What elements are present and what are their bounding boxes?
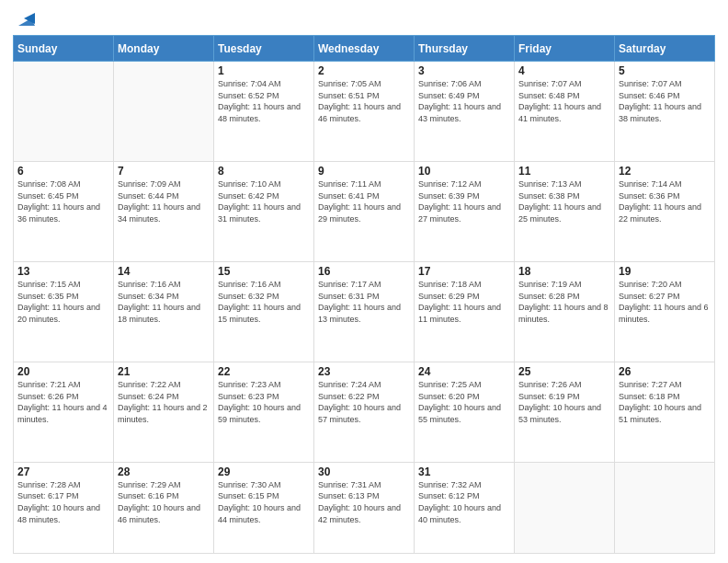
day-info: Sunrise: 7:09 AM Sunset: 6:44 PM Dayligh… — [118, 178, 210, 224]
day-info: Sunrise: 7:05 AM Sunset: 6:51 PM Dayligh… — [318, 78, 410, 124]
week-row-2: 6Sunrise: 7:08 AM Sunset: 6:45 PM Daylig… — [14, 161, 715, 261]
calendar-cell: 16Sunrise: 7:17 AM Sunset: 6:31 PM Dayli… — [314, 261, 415, 362]
day-number: 12 — [619, 165, 711, 178]
day-info: Sunrise: 7:11 AM Sunset: 6:41 PM Dayligh… — [318, 178, 410, 224]
day-number: 10 — [418, 165, 510, 178]
day-info: Sunrise: 7:25 AM Sunset: 6:20 PM Dayligh… — [418, 379, 510, 425]
day-number: 17 — [418, 265, 510, 278]
day-number: 6 — [17, 165, 109, 178]
day-info: Sunrise: 7:18 AM Sunset: 6:29 PM Dayligh… — [418, 279, 510, 325]
calendar-cell: 20Sunrise: 7:21 AM Sunset: 6:26 PM Dayli… — [14, 362, 114, 462]
day-info: Sunrise: 7:04 AM Sunset: 6:52 PM Dayligh… — [218, 78, 310, 124]
day-info: Sunrise: 7:10 AM Sunset: 6:42 PM Dayligh… — [218, 178, 310, 224]
day-info: Sunrise: 7:16 AM Sunset: 6:34 PM Dayligh… — [118, 279, 210, 325]
day-info: Sunrise: 7:27 AM Sunset: 6:18 PM Dayligh… — [619, 379, 711, 425]
calendar-cell: 26Sunrise: 7:27 AM Sunset: 6:18 PM Dayli… — [615, 362, 715, 462]
day-number: 20 — [17, 365, 109, 378]
weekday-monday: Monday — [114, 36, 214, 62]
day-number: 15 — [218, 265, 310, 278]
calendar-cell: 21Sunrise: 7:22 AM Sunset: 6:24 PM Dayli… — [114, 362, 214, 462]
calendar-cell: 17Sunrise: 7:18 AM Sunset: 6:29 PM Dayli… — [415, 261, 515, 362]
day-number: 31 — [418, 465, 510, 478]
day-number: 28 — [118, 465, 210, 478]
day-info: Sunrise: 7:12 AM Sunset: 6:39 PM Dayligh… — [418, 178, 510, 224]
calendar-cell: 25Sunrise: 7:26 AM Sunset: 6:19 PM Dayli… — [515, 362, 615, 462]
logo-icon — [15, 9, 35, 29]
week-row-1: 1Sunrise: 7:04 AM Sunset: 6:52 PM Daylig… — [14, 62, 715, 162]
calendar-cell: 11Sunrise: 7:13 AM Sunset: 6:38 PM Dayli… — [515, 161, 615, 261]
day-info: Sunrise: 7:19 AM Sunset: 6:28 PM Dayligh… — [518, 279, 610, 325]
calendar-cell: 3Sunrise: 7:06 AM Sunset: 6:49 PM Daylig… — [415, 62, 515, 162]
day-number: 3 — [418, 64, 510, 77]
day-number: 23 — [318, 365, 410, 378]
day-number: 9 — [318, 165, 410, 178]
day-number: 21 — [118, 365, 210, 378]
weekday-tuesday: Tuesday — [214, 36, 314, 62]
day-info: Sunrise: 7:20 AM Sunset: 6:27 PM Dayligh… — [619, 279, 711, 325]
day-number: 7 — [118, 165, 210, 178]
calendar-cell: 1Sunrise: 7:04 AM Sunset: 6:52 PM Daylig… — [214, 62, 314, 162]
day-info: Sunrise: 7:24 AM Sunset: 6:22 PM Dayligh… — [318, 379, 410, 425]
day-info: Sunrise: 7:13 AM Sunset: 6:38 PM Dayligh… — [518, 178, 610, 224]
day-info: Sunrise: 7:08 AM Sunset: 6:45 PM Dayligh… — [17, 178, 109, 224]
weekday-friday: Friday — [515, 36, 615, 62]
calendar-cell: 12Sunrise: 7:14 AM Sunset: 6:36 PM Dayli… — [615, 161, 715, 261]
calendar-cell: 15Sunrise: 7:16 AM Sunset: 6:32 PM Dayli… — [214, 261, 314, 362]
day-number: 14 — [118, 265, 210, 278]
weekday-header-row: SundayMondayTuesdayWednesdayThursdayFrid… — [14, 36, 715, 62]
header — [13, 9, 715, 29]
calendar-cell: 24Sunrise: 7:25 AM Sunset: 6:20 PM Dayli… — [415, 362, 515, 462]
calendar-cell: 4Sunrise: 7:07 AM Sunset: 6:48 PM Daylig… — [515, 62, 615, 162]
day-number: 22 — [218, 365, 310, 378]
calendar-cell: 23Sunrise: 7:24 AM Sunset: 6:22 PM Dayli… — [314, 362, 415, 462]
day-number: 11 — [518, 165, 610, 178]
day-info: Sunrise: 7:30 AM Sunset: 6:15 PM Dayligh… — [218, 479, 310, 525]
calendar-cell: 13Sunrise: 7:15 AM Sunset: 6:35 PM Dayli… — [14, 261, 114, 362]
weekday-saturday: Saturday — [615, 36, 715, 62]
day-number: 25 — [518, 365, 610, 378]
calendar-cell: 29Sunrise: 7:30 AM Sunset: 6:15 PM Dayli… — [214, 462, 314, 553]
day-number: 24 — [418, 365, 510, 378]
day-info: Sunrise: 7:29 AM Sunset: 6:16 PM Dayligh… — [118, 479, 210, 525]
calendar-cell — [114, 62, 214, 162]
day-info: Sunrise: 7:32 AM Sunset: 6:12 PM Dayligh… — [418, 479, 510, 525]
calendar-cell: 31Sunrise: 7:32 AM Sunset: 6:12 PM Dayli… — [415, 462, 515, 553]
week-row-3: 13Sunrise: 7:15 AM Sunset: 6:35 PM Dayli… — [14, 261, 715, 362]
day-info: Sunrise: 7:07 AM Sunset: 6:48 PM Dayligh… — [518, 78, 610, 124]
day-number: 19 — [619, 265, 711, 278]
day-number: 8 — [218, 165, 310, 178]
day-number: 2 — [318, 64, 410, 77]
day-info: Sunrise: 7:28 AM Sunset: 6:17 PM Dayligh… — [17, 479, 109, 525]
day-number: 16 — [318, 265, 410, 278]
calendar-cell: 22Sunrise: 7:23 AM Sunset: 6:23 PM Dayli… — [214, 362, 314, 462]
day-number: 26 — [619, 365, 711, 378]
calendar-cell: 30Sunrise: 7:31 AM Sunset: 6:13 PM Dayli… — [314, 462, 415, 553]
day-number: 27 — [17, 465, 109, 478]
day-info: Sunrise: 7:22 AM Sunset: 6:24 PM Dayligh… — [118, 379, 210, 425]
calendar-cell: 5Sunrise: 7:07 AM Sunset: 6:46 PM Daylig… — [615, 62, 715, 162]
day-info: Sunrise: 7:26 AM Sunset: 6:19 PM Dayligh… — [518, 379, 610, 425]
page: SundayMondayTuesdayWednesdayThursdayFrid… — [0, 0, 728, 563]
day-info: Sunrise: 7:17 AM Sunset: 6:31 PM Dayligh… — [318, 279, 410, 325]
calendar-cell: 27Sunrise: 7:28 AM Sunset: 6:17 PM Dayli… — [14, 462, 114, 553]
calendar-cell: 8Sunrise: 7:10 AM Sunset: 6:42 PM Daylig… — [214, 161, 314, 261]
calendar-cell — [615, 462, 715, 553]
calendar-cell: 2Sunrise: 7:05 AM Sunset: 6:51 PM Daylig… — [314, 62, 415, 162]
calendar-table: SundayMondayTuesdayWednesdayThursdayFrid… — [13, 35, 715, 554]
calendar-cell: 14Sunrise: 7:16 AM Sunset: 6:34 PM Dayli… — [114, 261, 214, 362]
calendar-cell — [515, 462, 615, 553]
day-number: 13 — [17, 265, 109, 278]
calendar-cell: 7Sunrise: 7:09 AM Sunset: 6:44 PM Daylig… — [114, 161, 214, 261]
day-number: 30 — [318, 465, 410, 478]
day-info: Sunrise: 7:16 AM Sunset: 6:32 PM Dayligh… — [218, 279, 310, 325]
calendar-cell: 9Sunrise: 7:11 AM Sunset: 6:41 PM Daylig… — [314, 161, 415, 261]
calendar-cell: 19Sunrise: 7:20 AM Sunset: 6:27 PM Dayli… — [615, 261, 715, 362]
week-row-5: 27Sunrise: 7:28 AM Sunset: 6:17 PM Dayli… — [14, 462, 715, 553]
calendar-cell: 6Sunrise: 7:08 AM Sunset: 6:45 PM Daylig… — [14, 161, 114, 261]
calendar-cell: 18Sunrise: 7:19 AM Sunset: 6:28 PM Dayli… — [515, 261, 615, 362]
week-row-4: 20Sunrise: 7:21 AM Sunset: 6:26 PM Dayli… — [14, 362, 715, 462]
calendar-cell: 10Sunrise: 7:12 AM Sunset: 6:39 PM Dayli… — [415, 161, 515, 261]
day-number: 5 — [619, 64, 711, 77]
weekday-sunday: Sunday — [14, 36, 114, 62]
calendar-cell: 28Sunrise: 7:29 AM Sunset: 6:16 PM Dayli… — [114, 462, 214, 553]
